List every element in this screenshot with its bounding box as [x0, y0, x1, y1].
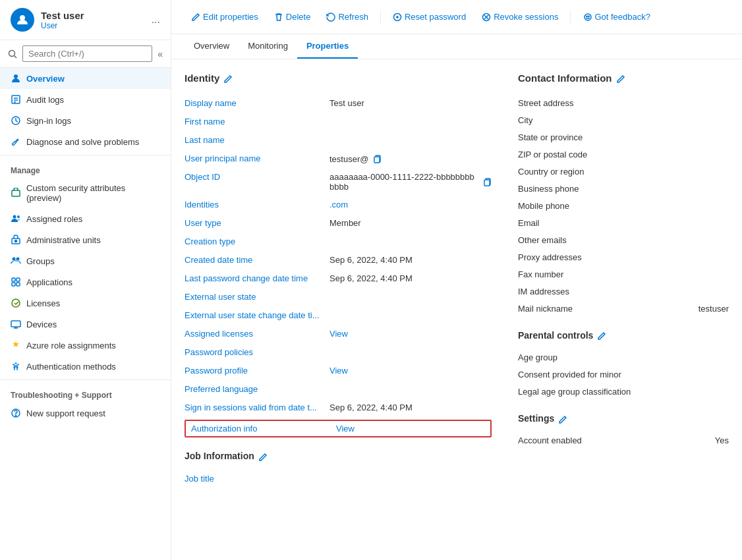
auth-methods-icon	[11, 361, 21, 372]
prop-user-type: User type Member	[185, 214, 492, 233]
svg-point-20	[12, 299, 20, 307]
tabs: Overview Monitoring Properties	[171, 34, 742, 59]
more-options-button[interactable]: ...	[152, 14, 160, 26]
licenses-label: Licenses	[26, 298, 60, 308]
delete-icon	[274, 13, 283, 22]
svg-point-29	[586, 16, 587, 16]
sidebar-item-custom-security[interactable]: Custom security attributes (preview)	[0, 178, 171, 208]
new-support-label: New support request	[26, 408, 105, 418]
sidebar-item-admin-units[interactable]: Administrative units	[0, 229, 171, 250]
prop-external-state: External user state	[185, 288, 492, 306]
sidebar-item-new-support[interactable]: New support request	[0, 403, 171, 424]
prop-created-datetime: Created date time Sep 6, 2022, 4:40 PM	[185, 251, 492, 269]
svg-point-0	[20, 15, 25, 20]
user-type: User	[41, 21, 145, 30]
sidebar-item-licenses[interactable]: Licenses	[0, 293, 171, 314]
assigned-roles-label: Assigned roles	[26, 214, 82, 224]
feedback-button[interactable]: Got feedback?	[576, 8, 657, 26]
assigned-roles-icon	[11, 213, 21, 224]
svg-rect-16	[12, 278, 15, 281]
right-column: Contact Information Street address City	[518, 72, 729, 547]
prop-identities: Identities .com	[185, 196, 492, 214]
tab-monitoring[interactable]: Monitoring	[239, 34, 297, 59]
job-section-title: Job Information	[185, 451, 492, 461]
identity-edit-icon[interactable]	[223, 72, 233, 83]
settings-edit-icon[interactable]	[558, 413, 567, 424]
reset-password-button[interactable]: Reset password	[386, 8, 472, 26]
support-icon	[11, 408, 21, 418]
search-box: «	[0, 40, 171, 68]
tab-overview[interactable]: Overview	[185, 34, 239, 59]
toolbar-divider-2	[570, 11, 571, 24]
edit-properties-button[interactable]: Edit properties	[185, 8, 265, 26]
content-area: Identity Display name Test user First na…	[171, 59, 742, 560]
parental-section-title: Parental controls	[518, 330, 729, 341]
tab-properties[interactable]: Properties	[297, 34, 358, 59]
copy-objectid-icon[interactable]	[482, 177, 492, 187]
search-icon	[8, 49, 17, 59]
sidebar-item-audit-logs[interactable]: Audit logs	[0, 89, 171, 110]
sidebar-item-auth-methods[interactable]: Authentication methods	[0, 356, 171, 377]
contact-fax: Fax number	[518, 266, 729, 283]
contact-mail-nickname: Mail nickname testuser	[518, 300, 729, 317]
delete-button[interactable]: Delete	[268, 8, 318, 26]
contact-business-phone: Business phone	[518, 180, 729, 197]
settings-section-title: Settings	[518, 413, 729, 424]
contact-section-title: Contact Information	[518, 72, 729, 84]
svg-rect-31	[374, 157, 380, 163]
diagnose-label: Diagnose and solve problems	[26, 137, 139, 147]
revoke-sessions-button[interactable]: Revoke sessions	[475, 8, 565, 26]
sidebar-item-assigned-roles[interactable]: Assigned roles	[0, 208, 171, 229]
groups-label: Groups	[26, 256, 55, 266]
sidebar-item-diagnose[interactable]: Diagnose and solve problems	[0, 131, 171, 152]
svg-point-30	[588, 16, 589, 16]
contact-proxy: Proxy addresses	[518, 248, 729, 266]
svg-point-11	[17, 215, 20, 218]
search-input[interactable]	[22, 45, 152, 62]
sidebar-item-groups[interactable]: Groups	[0, 250, 171, 271]
avatar	[11, 8, 34, 32]
contact-street: Street address	[518, 94, 729, 111]
svg-point-28	[585, 14, 591, 20]
job-edit-icon[interactable]	[258, 451, 268, 461]
prop-last-name: Last name	[185, 131, 492, 150]
svg-point-25	[15, 415, 16, 416]
prop-password-policies: Password policies	[185, 343, 492, 362]
sidebar-item-signin-logs[interactable]: Sign-in logs	[0, 110, 171, 131]
custom-security-icon	[11, 188, 21, 198]
copy-upn-icon[interactable]	[372, 154, 382, 164]
svg-rect-21	[11, 321, 20, 327]
svg-point-10	[13, 215, 16, 219]
prop-upn: User principal name testuser@	[185, 150, 492, 168]
feedback-icon	[583, 13, 592, 22]
prop-password-profile: Password profile View	[185, 362, 492, 380]
applications-label: Applications	[26, 277, 72, 287]
contact-edit-icon[interactable]	[616, 72, 625, 83]
svg-rect-17	[16, 278, 20, 281]
user-name: Test user	[41, 10, 145, 21]
revoke-sessions-icon	[482, 13, 491, 22]
sidebar-item-devices[interactable]: Devices	[0, 314, 171, 335]
troubleshoot-section-title: Troubleshooting + Support	[0, 383, 171, 403]
devices-icon	[11, 319, 21, 329]
azure-roles-label: Azure role assignments	[26, 341, 116, 350]
refresh-button[interactable]: Refresh	[320, 8, 375, 26]
svg-rect-32	[484, 180, 490, 186]
admin-units-icon	[11, 235, 21, 245]
person-icon	[11, 73, 21, 84]
toolbar: Edit properties Delete Refresh	[171, 0, 742, 34]
contact-im: IM addresses	[518, 283, 729, 300]
contact-other-emails: Other emails	[518, 231, 729, 248]
svg-rect-9	[12, 190, 20, 196]
svg-point-13	[15, 240, 17, 242]
collapse-button[interactable]: «	[157, 49, 163, 59]
sidebar-item-azure-roles[interactable]: Azure role assignments	[0, 335, 171, 356]
sidebar-item-overview[interactable]: Overview	[0, 68, 171, 89]
svg-rect-19	[16, 283, 20, 286]
prop-last-pw-change: Last password change date time Sep 6, 20…	[185, 269, 492, 288]
licenses-icon	[11, 298, 21, 308]
parental-edit-icon[interactable]	[597, 330, 606, 341]
sidebar-item-applications[interactable]: Applications	[0, 271, 171, 293]
settings-account-enabled: Account enabled Yes	[518, 432, 729, 449]
svg-line-2	[14, 55, 17, 58]
